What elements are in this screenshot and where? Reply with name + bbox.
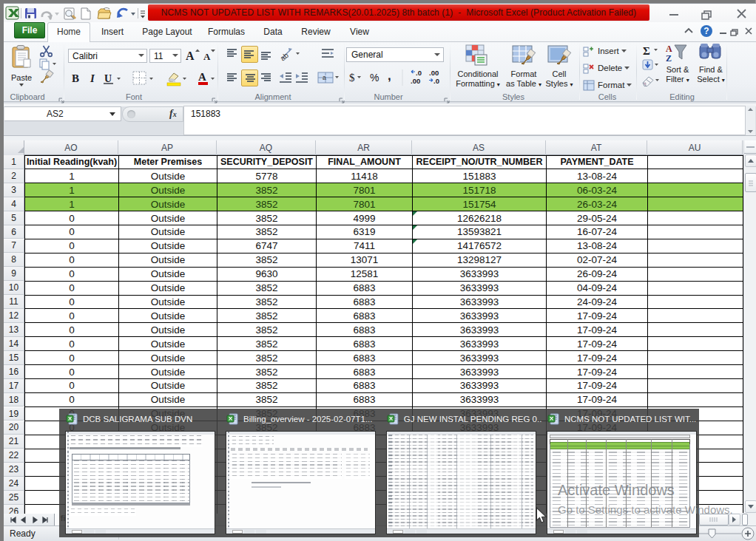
svg-text:I: I [90, 72, 95, 84]
svg-text:ab: ab [280, 51, 290, 61]
svg-text:B: B [72, 72, 79, 84]
svg-text:A: A [186, 50, 195, 62]
svg-text:Σ: Σ [643, 45, 650, 57]
svg-text:a: a [323, 74, 326, 81]
svg-text:.0: .0 [416, 69, 422, 77]
svg-text:,: , [388, 69, 391, 83]
svg-text:.0: .0 [433, 77, 439, 85]
svg-text:A: A [203, 51, 211, 62]
svg-text:%: % [370, 72, 379, 84]
svg-text:A: A [666, 44, 672, 54]
svg-text:U: U [104, 73, 112, 84]
svg-text:.00: .00 [429, 69, 439, 77]
svg-text:Z: Z [666, 53, 672, 64]
svg-text:?: ? [703, 26, 709, 36]
svg-text:$: $ [349, 72, 355, 84]
svg-text:.00: .00 [411, 77, 420, 85]
svg-text:A: A [198, 71, 206, 83]
